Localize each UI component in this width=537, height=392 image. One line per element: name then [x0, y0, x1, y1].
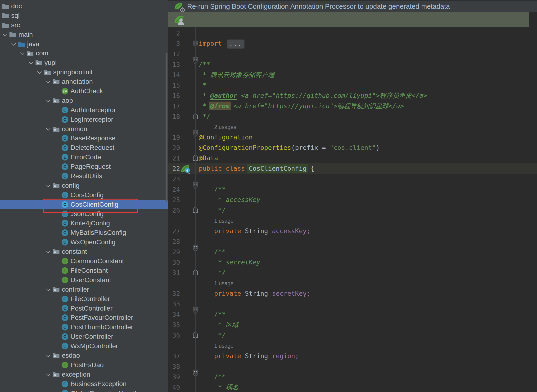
- usages-count[interactable]: 1 usage: [214, 278, 234, 289]
- code-text[interactable]: * 区域: [195, 320, 239, 330]
- tree-item-CosClientConfig[interactable]: CCosClientConfig: [0, 200, 168, 209]
- code-text[interactable]: private String region;: [195, 351, 299, 361]
- code-text[interactable]: * accessKey: [195, 195, 260, 205]
- tree-item-AuthInterceptor[interactable]: CAuthInterceptor: [0, 105, 168, 115]
- tree-item-label: JsonConfig: [71, 209, 104, 219]
- chevron-down-icon[interactable]: [2, 32, 8, 38]
- code-text[interactable]: /**: [195, 247, 226, 257]
- usages-inlay[interactable]: 1 usage: [195, 215, 234, 226]
- tree-item-PageRequest[interactable]: CPageRequest: [0, 162, 168, 171]
- tree-item-ResultUtils[interactable]: CResultUtils: [0, 171, 168, 181]
- tree-item-UserConstant[interactable]: IUserConstant: [0, 275, 168, 285]
- code-token: */: [199, 269, 226, 276]
- code-editor[interactable]: 23import ...1213/**14 * 腾讯云对象存储客户端15 *16…: [168, 28, 537, 392]
- tree-item-main[interactable]: main: [0, 30, 168, 39]
- tree-item-PostThumbController[interactable]: CPostThumbController: [0, 322, 168, 332]
- tree-item-WxMpController[interactable]: CWxMpController: [0, 341, 168, 351]
- code-text[interactable]: */: [195, 205, 226, 215]
- code-text[interactable]: *: [195, 80, 207, 90]
- tree-item-PostFavourController[interactable]: CPostFavourController: [0, 313, 168, 322]
- svg-text:@: @: [63, 89, 67, 93]
- chevron-down-icon[interactable]: [37, 69, 43, 75]
- tree-item-esdao[interactable]: esdao: [0, 351, 168, 360]
- code-text[interactable]: /**: [195, 372, 226, 382]
- code-text[interactable]: * 桶名: [195, 382, 239, 392]
- spring-processor-banner[interactable]: ⚙ Re-run Spring Boot Configuration Annot…: [168, 0, 537, 12]
- chevron-down-icon[interactable]: [45, 352, 52, 359]
- code-text[interactable]: import ...: [195, 38, 245, 49]
- chevron-down-icon[interactable]: [45, 371, 52, 378]
- tree-scrollbar[interactable]: [165, 52, 167, 202]
- tree-item-com[interactable]: com: [0, 49, 168, 58]
- chevron-down-icon[interactable]: [11, 41, 17, 47]
- tree-item-constant[interactable]: constant: [0, 247, 168, 256]
- code-text[interactable]: * @from <a href="https://yupi.icu">编程导航知…: [195, 101, 404, 111]
- tree-item-LogInterceptor[interactable]: CLogInterceptor: [0, 115, 168, 124]
- chevron-down-icon[interactable]: [45, 286, 52, 293]
- tree-item-AuthCheck[interactable]: @AuthCheck: [0, 86, 168, 96]
- tree-item-src[interactable]: src: [0, 20, 168, 30]
- chevron-down-icon[interactable]: [45, 79, 52, 85]
- tree-item-config[interactable]: config: [0, 181, 168, 190]
- tree-item-sql[interactable]: sql: [0, 11, 168, 20]
- tree-item-java[interactable]: java: [0, 39, 168, 49]
- chevron-down-icon[interactable]: [45, 248, 52, 255]
- tree-item-CommonConstant[interactable]: ICommonConstant: [0, 256, 168, 266]
- code-line-13: 13/**: [168, 59, 537, 70]
- tree-item-CorsConfig[interactable]: CCorsConfig: [0, 190, 168, 200]
- chevron-down-icon[interactable]: [45, 182, 52, 189]
- tree-item-BaseResponse[interactable]: CBaseResponse: [0, 134, 168, 143]
- tree-item-Knife4jConfig[interactable]: CKnife4jConfig: [0, 219, 168, 228]
- line-number: 30: [168, 259, 180, 266]
- usages-inlay[interactable]: 1 usage: [195, 278, 234, 289]
- code-text[interactable]: @ConfigurationProperties(prefix = "cos.c…: [195, 143, 380, 153]
- code-text[interactable]: private String secretKey;: [195, 288, 310, 299]
- tree-item-ErrorCode[interactable]: EErrorCode: [0, 152, 168, 162]
- tree-item-DeleteRequest[interactable]: CDeleteRequest: [0, 143, 168, 152]
- tree-item-label: CommonConstant: [71, 256, 124, 266]
- tree-item-doc[interactable]: doc: [0, 1, 168, 11]
- tree-item-aop[interactable]: aop: [0, 96, 168, 105]
- tree-item-springbootinit[interactable]: springbootinit: [0, 67, 168, 77]
- code-text[interactable]: * secretKey: [195, 257, 260, 267]
- tree-item-yupi[interactable]: yupi: [0, 58, 168, 67]
- chevron-down-icon[interactable]: [19, 50, 25, 56]
- tree-item-controller[interactable]: controller: [0, 285, 168, 294]
- code-text[interactable]: */: [195, 267, 226, 278]
- chevron-down-icon[interactable]: [28, 60, 34, 66]
- tree-item-BusinessException[interactable]: CBusinessException: [0, 379, 168, 389]
- usages-count[interactable]: 2 usages: [214, 122, 236, 132]
- spring-line-highlight: [168, 12, 529, 27]
- tree-item-JsonConfig[interactable]: CJsonConfig: [0, 209, 168, 219]
- usages-inlay[interactable]: 2 usages: [195, 122, 236, 132]
- usages-count[interactable]: 1 usage: [214, 216, 234, 226]
- code-text[interactable]: /**: [195, 309, 226, 320]
- tree-item-FileController[interactable]: CFileController: [0, 294, 168, 304]
- tree-item-PostEsDao[interactable]: IPostEsDao: [0, 360, 168, 370]
- tree-item-exception[interactable]: exception: [0, 370, 168, 379]
- usages-inlay[interactable]: 1 usage: [195, 341, 234, 351]
- chevron-down-icon[interactable]: [45, 98, 52, 104]
- tree-item-common[interactable]: common: [0, 124, 168, 134]
- spring-bean-icon[interactable]: e: [180, 163, 191, 175]
- code-text[interactable]: * @author <a href="https://github.com/li…: [195, 90, 427, 101]
- code-text[interactable]: @Configuration: [195, 132, 253, 143]
- tree-item-WxOpenConfig[interactable]: CWxOpenConfig: [0, 238, 168, 247]
- code-text[interactable]: @Data: [195, 153, 218, 163]
- code-text[interactable]: * 腾讯云对象存储客户端: [195, 70, 274, 80]
- tree-item-GlobalExceptionHandler[interactable]: CGlobalExceptionHandler: [0, 389, 168, 392]
- code-text[interactable]: private String accessKey;: [195, 226, 310, 236]
- code-text[interactable]: */: [195, 330, 226, 341]
- code-line-34: 34 /**: [168, 309, 537, 320]
- usages-inlay-row: 1 usage: [168, 215, 537, 226]
- tree-item-annotation[interactable]: annotation: [0, 77, 168, 86]
- tree-item-PostController[interactable]: CPostController: [0, 304, 168, 313]
- tree-item-UserController[interactable]: CUserController: [0, 332, 168, 341]
- usages-count[interactable]: 1 usage: [214, 341, 234, 351]
- code-text[interactable]: public class CosClientConfig {: [195, 163, 314, 174]
- folded-imports-placeholder[interactable]: ...: [227, 40, 245, 49]
- chevron-down-icon[interactable]: [45, 126, 52, 132]
- tree-item-MyBatisPlusConfig[interactable]: CMyBatisPlusConfig: [0, 228, 168, 238]
- tree-item-FileConstant[interactable]: IFileConstant: [0, 266, 168, 275]
- code-text[interactable]: /**: [195, 184, 226, 195]
